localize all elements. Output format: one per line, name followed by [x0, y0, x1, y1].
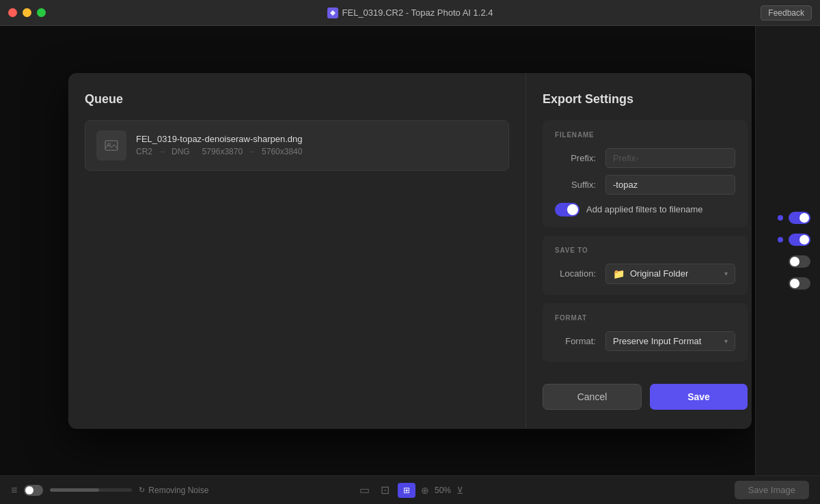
- queue-item-filename: FEL_0319-topaz-denoiseraw-sharpen.dng: [136, 134, 497, 144]
- maximize-button[interactable]: [37, 8, 46, 17]
- export-dialog: Queue FEL_0319-topaz-denoiseraw-sharpen.…: [68, 73, 752, 429]
- saveto-section: SAVE TO Location: 📁 Original Folder ▾: [543, 236, 748, 295]
- zoom-in-icon[interactable]: ⊕: [421, 485, 429, 496]
- queue-item[interactable]: FEL_0319-topaz-denoiseraw-sharpen.dng CR…: [85, 120, 509, 171]
- zoom-level: 50%: [435, 486, 451, 495]
- cancel-button[interactable]: Cancel: [543, 384, 642, 410]
- app-icon: [327, 8, 338, 18]
- title-bar: FEL_0319.CR2 - Topaz Photo AI 1.2.4 Feed…: [0, 0, 820, 26]
- split-view-button[interactable]: ⊡: [378, 481, 392, 499]
- right-toggle-3-row: [765, 255, 810, 268]
- suffix-row: Suffix:: [555, 175, 735, 195]
- right-toggle-1[interactable]: [789, 212, 810, 224]
- filters-toggle-label: Add applied filters to filename: [586, 204, 703, 214]
- format-label: Format:: [555, 336, 596, 346]
- minimize-button[interactable]: [23, 8, 31, 17]
- format-chevron-icon: ▾: [724, 337, 728, 345]
- format-from: CR2: [136, 147, 152, 156]
- queue-title: Queue: [85, 92, 509, 107]
- filename-section-label: FILENAME: [555, 131, 735, 139]
- feedback-button[interactable]: Feedback: [761, 5, 812, 20]
- queue-item-info: FEL_0319-topaz-denoiseraw-sharpen.dng CR…: [136, 134, 497, 156]
- right-toggle-4-row: [765, 277, 810, 290]
- progress-text: Removing Noise: [148, 486, 208, 495]
- folder-icon: 📁: [613, 268, 625, 279]
- right-toggle-3[interactable]: [789, 255, 810, 268]
- format-to: DNG: [172, 147, 190, 156]
- right-toggle-1-row: [765, 212, 810, 224]
- bottom-bar: ≡ ↻ Removing Noise ▭ ⊡ ⊞ ⊕ 50% ⊻ Save Im…: [0, 475, 820, 504]
- suffix-input[interactable]: [605, 175, 735, 195]
- dialog-overlay: Queue FEL_0319-topaz-denoiseraw-sharpen.…: [0, 26, 820, 475]
- size-arrow: →: [248, 147, 256, 156]
- bottom-right: Save Image: [463, 481, 809, 499]
- indicator-dot-1: [778, 215, 783, 221]
- right-toggle-2-row: [765, 234, 810, 246]
- size-to: 5760x3840: [262, 147, 302, 156]
- saveto-section-label: SAVE TO: [555, 247, 735, 254]
- main-content: Queue FEL_0319-topaz-denoiseraw-sharpen.…: [0, 26, 820, 475]
- zoom-fit-icon[interactable]: ⊻: [456, 485, 463, 496]
- location-row: Location: 📁 Original Folder ▾: [555, 264, 735, 284]
- save-image-button[interactable]: Save Image: [735, 481, 809, 499]
- prefix-input[interactable]: [605, 148, 735, 168]
- progress-toggle[interactable]: [24, 485, 43, 496]
- save-button[interactable]: Save: [650, 384, 748, 410]
- location-select-inner: 📁 Original Folder: [613, 268, 688, 279]
- format-select-inner: Preserve Input Format: [613, 336, 701, 346]
- location-value: Original Folder: [630, 268, 688, 279]
- spin-icon: ↻: [139, 486, 145, 494]
- prefix-row: Prefix:: [555, 148, 735, 168]
- progress-bar: [50, 488, 132, 492]
- location-chevron-icon: ▾: [724, 270, 728, 277]
- format-row: Format: Preserve Input Format ▾: [555, 331, 735, 351]
- right-toggle-2[interactable]: [789, 234, 810, 246]
- close-button[interactable]: [8, 8, 17, 17]
- filename-section: FILENAME Prefix: Suffix: Add applied fil…: [543, 120, 748, 227]
- indicator-dot-2: [778, 237, 783, 242]
- suffix-label: Suffix:: [555, 180, 596, 190]
- dialog-buttons: Cancel Save: [543, 370, 748, 410]
- bottom-left: ≡ ↻ Removing Noise: [11, 484, 357, 496]
- single-view-button[interactable]: ▭: [357, 481, 372, 499]
- progress-bar-fill: [50, 488, 99, 492]
- traffic-lights: [8, 8, 46, 17]
- format-value: Preserve Input Format: [613, 336, 701, 346]
- export-panel: Export Settings FILENAME Prefix: Suffix:: [526, 73, 752, 429]
- queue-item-meta: CR2 → DNG 5796x3870 → 5760x3840: [136, 147, 497, 156]
- app-title: FEL_0319.CR2 - Topaz Photo AI 1.2.4: [327, 8, 493, 18]
- location-select[interactable]: 📁 Original Folder ▾: [605, 264, 735, 284]
- prefix-label: Prefix:: [555, 153, 596, 163]
- queue-panel: Queue FEL_0319-topaz-denoiseraw-sharpen.…: [68, 73, 526, 429]
- filters-toggle-row: Add applied filters to filename: [555, 203, 735, 216]
- progress-label: ↻ Removing Noise: [139, 486, 208, 495]
- format-section: FORMAT Format: Preserve Input Format ▾: [543, 303, 748, 362]
- filters-toggle[interactable]: [555, 203, 579, 216]
- right-panel: [755, 26, 820, 475]
- format-select[interactable]: Preserve Input Format ▾: [605, 331, 735, 351]
- svg-rect-0: [105, 141, 118, 150]
- format-section-label: FORMAT: [555, 314, 735, 322]
- location-label: Location:: [555, 268, 596, 279]
- grid-view-button[interactable]: ⊞: [398, 483, 415, 498]
- menu-icon[interactable]: ≡: [11, 484, 17, 496]
- right-toggle-4[interactable]: [789, 277, 810, 290]
- size-from: 5796x3870: [202, 147, 243, 156]
- queue-item-thumbnail: [96, 130, 126, 160]
- export-title: Export Settings: [543, 92, 748, 107]
- bottom-center: ▭ ⊡ ⊞ ⊕ 50% ⊻: [357, 481, 463, 499]
- format-arrow: →: [158, 147, 166, 156]
